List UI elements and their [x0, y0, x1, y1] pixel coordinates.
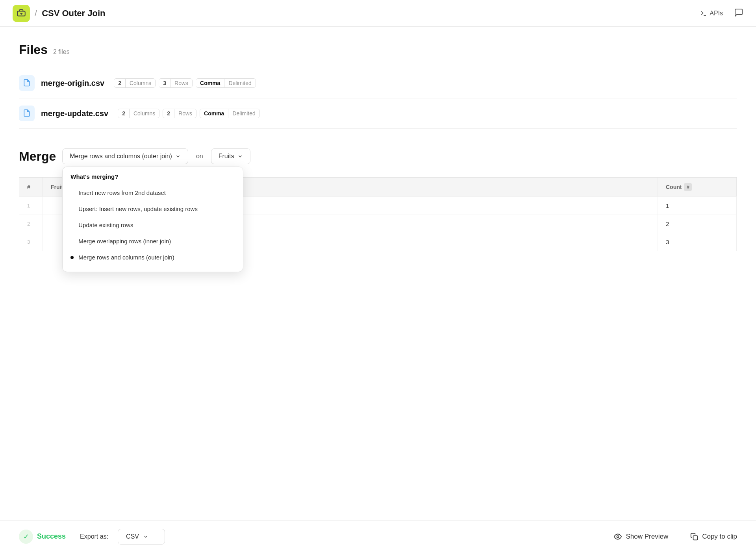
file-icon-1	[19, 75, 35, 91]
td-row-num-2: 2	[19, 215, 43, 233]
copy-to-clipboard-button[interactable]: Copy to clip	[690, 533, 737, 541]
td-count-1: 1	[658, 197, 737, 215]
merge-type-dropdown[interactable]: Merge rows and columns (outer join)	[62, 148, 188, 164]
dropdown-item-inner[interactable]: Merge overlapping rows (inner join)	[63, 233, 243, 249]
dropdown-menu-title: What's merging?	[63, 173, 243, 185]
merge-dropdown-menu: What's merging? Insert new rows from 2nd…	[62, 167, 243, 272]
chevron-down-icon-fruits	[237, 154, 243, 159]
svg-rect-5	[693, 535, 698, 540]
logo-icon[interactable]	[13, 5, 30, 22]
main-content: Files 2 files merge-origin.csv 2 Columns…	[0, 27, 756, 267]
delimiter-badge-2: Comma Delimited	[200, 109, 260, 118]
show-preview-button[interactable]: Show Preview	[614, 533, 668, 541]
td-row-num-3: 3	[19, 233, 43, 251]
export-as-label: Export as:	[80, 533, 108, 540]
dropdown-item-upsert[interactable]: Upsert: Insert new rows, update existing…	[63, 201, 243, 217]
merge-column-dropdown[interactable]: Fruits	[211, 148, 250, 164]
td-count-2: 2	[658, 215, 737, 233]
eye-icon	[614, 533, 622, 541]
merge-type-dropdown-container: Merge rows and columns (outer join) What…	[62, 148, 188, 164]
success-status: ✓ Success	[19, 530, 66, 544]
files-section: Files 2 files merge-origin.csv 2 Columns…	[19, 43, 737, 129]
th-row-num: #	[19, 178, 43, 196]
columns-badge-2: 2 Columns	[118, 109, 159, 118]
copy-icon	[690, 533, 698, 541]
files-title: Files	[19, 43, 48, 57]
file-icon-2	[19, 106, 35, 121]
export-format-dropdown[interactable]: CSV	[118, 529, 165, 545]
merge-header: Merge Merge rows and columns (outer join…	[19, 148, 737, 164]
chevron-down-icon-export	[143, 534, 148, 539]
file-row-1: merge-origin.csv 2 Columns 3 Rows Comma …	[19, 68, 737, 98]
svg-point-4	[617, 535, 619, 537]
td-row-num-1: 1	[19, 197, 43, 215]
file-meta-1: 2 Columns 3 Rows Comma Delimited	[114, 78, 256, 88]
chat-icon[interactable]	[734, 8, 743, 19]
page-title: CSV Outer Join	[42, 8, 105, 19]
bottom-bar: ✓ Success Export as: CSV Show Preview Co…	[0, 521, 756, 552]
header: / CSV Outer Join APIs	[0, 0, 756, 27]
file-name-1: merge-origin.csv	[41, 79, 104, 88]
selected-dot-icon	[70, 256, 74, 259]
files-count: 2 files	[53, 48, 70, 56]
chevron-down-icon	[175, 154, 181, 159]
columns-badge-1: 2 Columns	[114, 78, 156, 88]
merge-section: Merge Merge rows and columns (outer join…	[19, 148, 737, 251]
dropdown-item-outer[interactable]: Merge rows and columns (outer join)	[63, 249, 243, 265]
th-count: Count #	[658, 178, 737, 196]
rows-badge-1: 3 Rows	[159, 78, 193, 88]
delimiter-badge-1: Comma Delimited	[196, 78, 256, 88]
file-name-2: merge-update.csv	[41, 109, 108, 118]
merge-on-label: on	[196, 153, 203, 160]
files-section-header: Files 2 files	[19, 43, 737, 57]
success-label: Success	[37, 532, 66, 541]
dropdown-item-update[interactable]: Update existing rows	[63, 217, 243, 233]
breadcrumb-separator: /	[35, 8, 37, 19]
merge-title: Merge	[19, 149, 56, 164]
apis-button[interactable]: APIs	[700, 10, 723, 17]
file-row-2: merge-update.csv 2 Columns 2 Rows Comma …	[19, 98, 737, 129]
terminal-icon	[700, 10, 707, 17]
rows-badge-2: 2 Rows	[163, 109, 196, 118]
success-check-icon: ✓	[19, 530, 33, 544]
file-meta-2: 2 Columns 2 Rows Comma Delimited	[118, 109, 260, 118]
dropdown-item-insert[interactable]: Insert new rows from 2nd dataset	[63, 185, 243, 201]
count-col-type-badge: #	[684, 183, 692, 191]
td-count-3: 3	[658, 233, 737, 251]
